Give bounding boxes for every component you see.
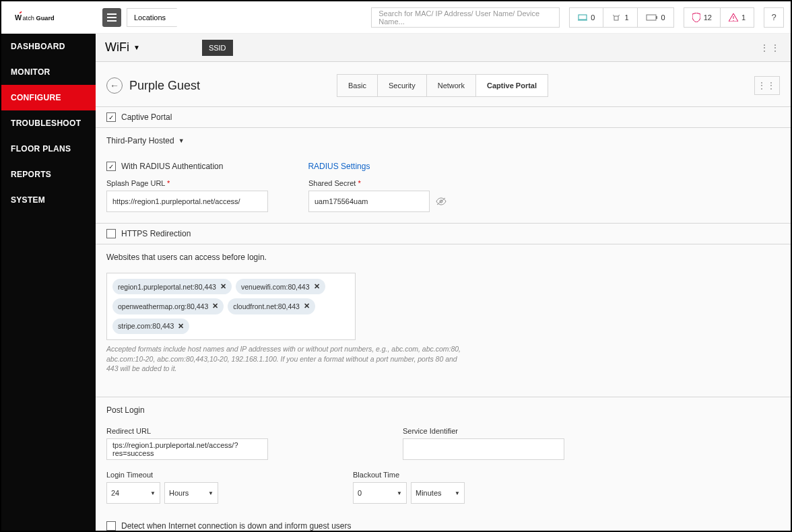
nav-item-monitor[interactable]: MONITOR (1, 59, 96, 85)
walled-garden-header: Websites that users can access before lo… (106, 244, 780, 269)
topbar: Locations Search for MAC/ IP Address/ Us… (96, 1, 791, 34)
svg-rect-6 (656, 16, 657, 19)
wifi-dropdown[interactable]: WiFi ▼ (105, 40, 140, 55)
nav-item-floor-plans[interactable]: FLOOR PLANS (1, 136, 96, 162)
captive-portal-checkbox[interactable] (106, 112, 116, 122)
walled-garden-tag: venuewifi.com:80,443✕ (236, 279, 325, 294)
https-redirection-label: HTTPS Redirection (121, 229, 191, 238)
stat-clients[interactable]: 0 (570, 8, 603, 27)
remove-tag-icon[interactable]: ✕ (314, 282, 320, 291)
https-redirection-checkbox[interactable] (106, 229, 116, 238)
search-input[interactable]: Search for MAC/ IP Address/ User Name/ D… (371, 7, 560, 28)
service-identifier-label: Service Identifier (403, 427, 564, 435)
sidebar: WatchGuard DASHBOARDMONITORCONFIGURETROU… (1, 1, 96, 531)
brand-logo: WatchGuard (1, 1, 96, 34)
locations-label: Locations (134, 13, 166, 22)
radius-checkbox[interactable] (106, 162, 116, 171)
remove-tag-icon[interactable]: ✕ (212, 302, 218, 310)
remove-tag-icon[interactable]: ✕ (304, 302, 310, 310)
nav-item-dashboard[interactable]: DASHBOARD (1, 34, 96, 59)
locations-breadcrumb[interactable]: Locations (127, 8, 177, 27)
nav-item-reports[interactable]: REPORTS (1, 162, 96, 187)
walled-garden-tag: stripe.com:80,443✕ (112, 319, 189, 334)
blackout-time-label: Blackout Time (353, 471, 465, 479)
tab-captive-portal[interactable]: Captive Portal (476, 75, 548, 96)
stat-aps[interactable]: 1 (603, 8, 637, 27)
svg-text:Guard: Guard (36, 15, 55, 22)
login-timeout-unit[interactable]: Hours▼ (164, 482, 218, 504)
help-button[interactable]: ? (764, 7, 784, 28)
splash-url-input[interactable]: https://region1.purpleportal.net/access/ (106, 191, 268, 212)
tabs: BasicSecurityNetworkCaptive Portal (337, 74, 548, 97)
grip-icon[interactable]: ⋮⋮ (760, 42, 781, 53)
shared-secret-input[interactable]: uam175564uam (308, 191, 430, 212)
blackout-time-unit[interactable]: Minutes▼ (411, 482, 465, 504)
radius-label: With RADIUS Authentication (121, 162, 223, 171)
tab-network[interactable]: Network (427, 75, 476, 96)
login-timeout-label: Login Timeout (106, 471, 218, 479)
wifi-bar: WiFi ▼ SSID ⋮⋮ (96, 34, 791, 62)
login-timeout-value[interactable]: 24▼ (106, 482, 160, 504)
menu-icon[interactable] (102, 8, 121, 27)
back-button[interactable]: ← (106, 77, 123, 94)
post-login-header: Post Login (106, 397, 780, 422)
stat-power[interactable]: 0 (638, 8, 673, 27)
chevron-down-icon: ▼ (133, 44, 140, 51)
page-header: ← Purple Guest BasicSecurityNetworkCapti… (104, 69, 783, 106)
hosting-dropdown[interactable]: Third-Party Hosted ▼ (106, 128, 780, 152)
main: Locations Search for MAC/ IP Address/ Us… (96, 1, 791, 531)
walled-garden-tag: region1.purpleportal.net:80,443✕ (112, 279, 232, 294)
tab-security[interactable]: Security (378, 75, 427, 96)
nav-item-configure[interactable]: CONFIGURE (1, 85, 96, 110)
svg-rect-4 (614, 16, 618, 20)
svg-rect-5 (647, 15, 656, 20)
captive-portal-label: Captive Portal (121, 112, 172, 122)
status-stats: 0 1 0 (569, 7, 673, 28)
redirect-url-input[interactable]: tps://region1.purpleportal.net/access/?r… (106, 438, 268, 460)
splash-url-label: Splash Page URL (106, 179, 165, 187)
tabs-more-icon[interactable]: ⋮⋮ (754, 76, 780, 95)
redirect-url-label: Redirect URL (106, 427, 268, 435)
blackout-time-value[interactable]: 0▼ (353, 482, 407, 504)
stat-shield[interactable]: 12 (684, 8, 721, 27)
ssid-chip[interactable]: SSID (202, 40, 233, 56)
stat-warning[interactable]: 1 (721, 8, 754, 27)
wifi-title: WiFi (105, 40, 129, 55)
nav-item-system[interactable]: SYSTEM (1, 187, 96, 213)
visibility-toggle-icon[interactable] (435, 195, 447, 207)
walled-garden-tag: cloudfront.net:80,443✕ (228, 298, 315, 314)
walled-garden-hint: Accepted formats include host names and … (106, 344, 470, 374)
walled-garden-input[interactable]: region1.purpleportal.net:80,443✕venuewif… (106, 273, 356, 340)
detect-internet-checkbox[interactable] (106, 521, 116, 531)
nav-item-troubleshoot[interactable]: TROUBLESHOOT (1, 110, 96, 136)
status-alerts: 12 1 (684, 7, 754, 28)
radius-settings-link[interactable]: RADIUS Settings (308, 162, 370, 171)
svg-text:W: W (15, 13, 22, 22)
remove-tag-icon[interactable]: ✕ (220, 282, 226, 291)
chevron-down-icon: ▼ (178, 137, 185, 144)
search-placeholder: Search for MAC/ IP Address/ User Name/ D… (378, 9, 552, 26)
remove-tag-icon[interactable]: ✕ (178, 322, 184, 331)
content: ← Purple Guest BasicSecurityNetworkCapti… (96, 62, 791, 531)
tab-basic[interactable]: Basic (337, 75, 378, 96)
svg-text:atch: atch (22, 15, 34, 22)
shared-secret-label: Shared Secret (308, 179, 356, 187)
svg-rect-3 (579, 15, 587, 20)
service-identifier-input[interactable] (403, 438, 564, 460)
page-title: Purple Guest (129, 79, 200, 93)
walled-garden-tag: openweathermap.org:80,443✕ (112, 298, 224, 314)
detect-internet-label: Detect when Internet connection is down … (121, 521, 352, 531)
